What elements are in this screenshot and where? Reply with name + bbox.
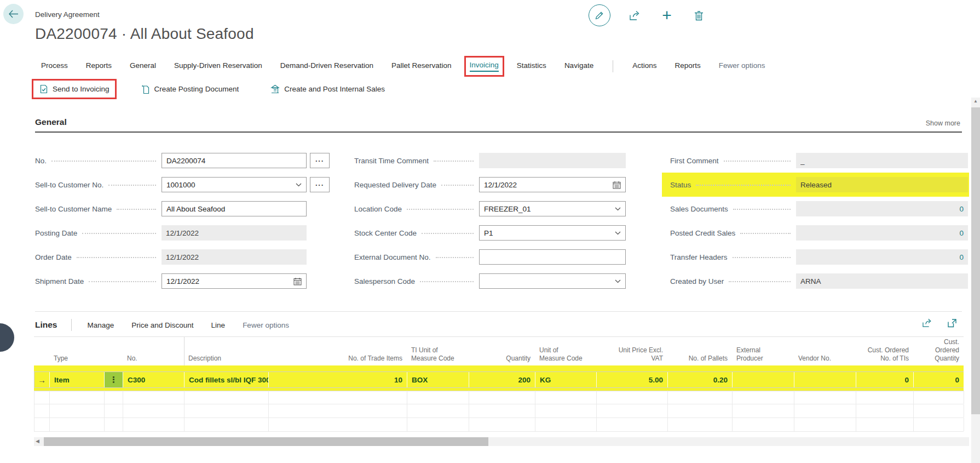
tab-pallet-reservation[interactable]: Pallet Reservation	[391, 61, 452, 71]
column-header-quantity[interactable]: Quantity	[469, 355, 535, 365]
chevron-down-icon[interactable]	[296, 183, 302, 187]
cell-description[interactable]: Cod fillets sl/bl IQF 300-400 ...	[185, 372, 269, 387]
tab-invoicing[interactable]: Invoicing	[470, 61, 499, 72]
create-and-post-internal-sales-button[interactable]: Create and Post Internal Sales	[270, 84, 385, 94]
tab-general[interactable]: General	[130, 61, 156, 71]
cell-unit-of-measure-code[interactable]: KG	[535, 372, 597, 387]
cell-vendor-no[interactable]	[794, 372, 856, 387]
tab-statistics[interactable]: Statistics	[517, 61, 546, 71]
field-no-input[interactable]: DA2200074	[162, 153, 307, 168]
tab-divider	[613, 60, 613, 72]
empty-cell	[50, 404, 105, 418]
lines-tab-manage[interactable]: Manage	[87, 321, 114, 329]
vertical-scrollbar-thumb[interactable]	[971, 107, 980, 414]
empty-cell	[914, 418, 964, 431]
field-external-document-no-input[interactable]	[479, 249, 626, 265]
column-header-no-of-trade-items[interactable]: No. of Trade Items	[268, 355, 407, 365]
column-header-unit-of-measure-code[interactable]: Unit of Measure Code	[535, 346, 596, 365]
chevron-down-icon[interactable]	[615, 231, 621, 235]
chevron-down-icon[interactable]	[615, 279, 621, 283]
field-value: 12/1/2022	[166, 277, 293, 285]
tab-reports[interactable]: Reports	[86, 61, 112, 71]
field-value: P1	[484, 229, 615, 237]
empty-cell	[185, 404, 269, 418]
delete-button[interactable]	[691, 5, 706, 26]
tab-fewer-options[interactable]: Fewer options	[719, 61, 765, 71]
field-value-link[interactable]: 0	[800, 205, 964, 213]
cell-unit-price-excl-vat[interactable]: 5.00	[597, 372, 668, 387]
calendar-icon[interactable]	[293, 277, 302, 285]
field-shipment-date-input[interactable]: 12/1/2022	[162, 273, 307, 289]
field-label: Transfer Headers	[670, 253, 728, 261]
field-sell-to-customer-name-input[interactable]: All About Seafood	[162, 201, 307, 216]
send-to-invoicing-button[interactable]: Send to Invoicing	[39, 84, 109, 94]
cell-external-producer[interactable]	[733, 372, 794, 387]
field-posting-date: Posting Date12/1/2022	[35, 225, 307, 241]
column-header-vendor-no[interactable]: Vendor No.	[794, 355, 856, 365]
lines-tab-fewer-options[interactable]: Fewer options	[243, 321, 289, 329]
empty-cell	[856, 404, 914, 418]
chevron-down-icon[interactable]	[615, 207, 621, 211]
show-more-link[interactable]: Show more	[926, 119, 960, 127]
horizontal-scrollbar[interactable]: ◀	[34, 437, 969, 446]
dotted-leader	[82, 233, 156, 234]
table-row[interactable]: →Item⋮C300Cod fillets sl/bl IQF 300-400 …	[34, 371, 964, 388]
cell-type[interactable]: Item	[50, 372, 105, 387]
lines-tab-line[interactable]: Line	[211, 321, 226, 329]
cell-cust-ordered-no-of-tis[interactable]: 0	[856, 372, 914, 387]
tab-navigate[interactable]: Navigate	[564, 61, 593, 71]
field-label: Transit Time Comment	[354, 157, 429, 165]
field-value-link[interactable]: 0	[800, 229, 964, 237]
cell-quantity[interactable]: 200	[469, 372, 535, 387]
popout-button[interactable]	[947, 318, 957, 328]
horizontal-scrollbar-thumb[interactable]	[44, 437, 488, 446]
field-value: Released	[800, 181, 964, 189]
tab-process[interactable]: Process	[41, 61, 68, 71]
vertical-scrollbar[interactable]: ▲	[971, 98, 980, 463]
side-panel-handle[interactable]	[0, 323, 14, 352]
tab-demand-driven-reservation[interactable]: Demand-Driven Reservation	[280, 61, 373, 71]
edit-pencil-button[interactable]	[589, 4, 610, 26]
field-posting-date-input: 12/1/2022	[162, 225, 307, 241]
field-salesperson-code-input[interactable]	[479, 273, 626, 289]
field-sell-to-customer-no-input[interactable]: 1001000	[162, 177, 307, 192]
tab-reports[interactable]: Reports	[675, 61, 700, 71]
assist-edit-ellipsis-button[interactable]: ···	[310, 177, 330, 192]
scroll-up-arrow-icon[interactable]: ▲	[973, 99, 978, 104]
cell-no[interactable]: C300	[123, 372, 185, 387]
column-header-unit-price-excl-vat[interactable]: Unit Price Excl. VAT	[596, 346, 667, 365]
column-header-cust-ordered-quantity[interactable]: Cust. Ordered Quantity	[913, 338, 964, 365]
arrow-left-icon	[8, 10, 19, 18]
calendar-icon[interactable]	[613, 181, 621, 189]
general-section-heading[interactable]: General	[35, 117, 67, 127]
cell-cust-ordered-quantity[interactable]: 0	[914, 372, 964, 387]
tab-supply-driven-reservation[interactable]: Supply-Driven Reservation	[174, 61, 262, 71]
add-button[interactable]: +	[660, 5, 674, 26]
column-header-cust-ordered-no-of-tis[interactable]: Cust. Ordered No. of TIs	[856, 346, 913, 365]
field-value-link[interactable]: 0	[800, 253, 964, 261]
field-sales-documents-input: 0	[796, 201, 968, 216]
column-header-type[interactable]: Type	[49, 355, 104, 365]
empty-cell	[668, 404, 733, 418]
column-header-no-of-pallets[interactable]: No. of Pallets	[667, 355, 732, 365]
cell-ti-unit-of-measure-code[interactable]: BOX	[407, 372, 469, 387]
lines-tab-price-and-discount[interactable]: Price and Discount	[131, 321, 193, 329]
cell-no-of-trade-items[interactable]: 10	[269, 372, 407, 387]
column-header-no[interactable]: No.	[123, 355, 184, 365]
row-menu-ellipsis-button[interactable]: ⋮	[105, 372, 123, 387]
tab-actions[interactable]: Actions	[632, 61, 656, 71]
cell-no-of-pallets[interactable]: 0.20	[668, 372, 733, 387]
create-posting-document-button[interactable]: Create Posting Document	[141, 84, 239, 94]
field-requested-delivery-date-input[interactable]: 12/1/2022	[479, 177, 626, 192]
scroll-left-arrow-icon[interactable]: ◀	[36, 438, 39, 444]
assist-edit-ellipsis-button[interactable]: ···	[310, 153, 330, 168]
share-button[interactable]	[628, 5, 642, 26]
field-stock-center-code-input[interactable]: P1	[479, 225, 626, 241]
share-lines-button[interactable]	[922, 318, 933, 328]
field-location-code-input[interactable]: FREEZER_01	[479, 201, 626, 216]
column-header-external-producer[interactable]: External Producer	[732, 346, 794, 365]
column-header-ti-unit-of-measure-code[interactable]: TI Unit of Measure Code	[407, 346, 469, 365]
dotted-leader	[77, 257, 156, 258]
column-header-description[interactable]: Description	[184, 355, 268, 365]
back-button[interactable]	[3, 4, 24, 24]
